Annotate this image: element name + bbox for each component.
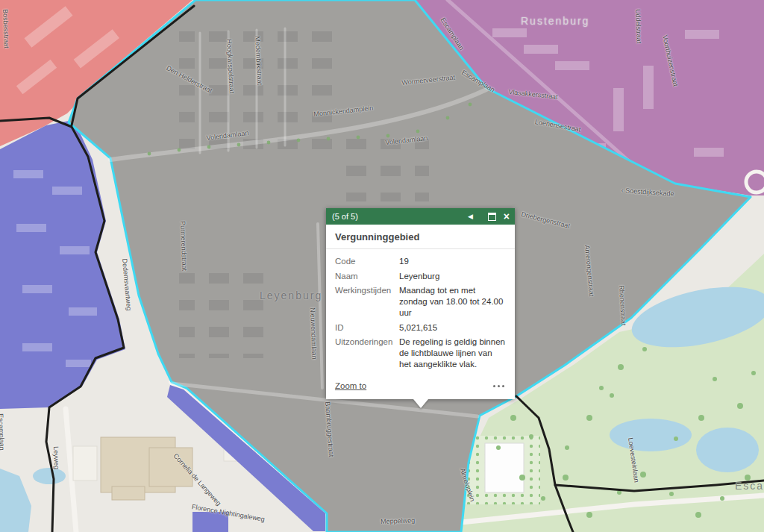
field-row: UitzonderingenDe regeling is geldig binn…	[335, 337, 506, 369]
popup-title: Vergunninggebied	[326, 225, 515, 248]
map-application: RustenburgLeyenburgEscamEscamplaanEscamp…	[0, 0, 764, 532]
popup-header: (5 of 5) ◀ ×	[326, 208, 515, 225]
field-value: Leyenburg	[399, 271, 506, 282]
field-label: ID	[335, 322, 399, 334]
field-value: De regeling is geldig binnen de lichtbla…	[399, 337, 506, 369]
zoom-to-link[interactable]: Zoom to	[335, 381, 366, 390]
field-label: Werkingstijden	[335, 285, 399, 318]
field-label: Uitzonderingen	[335, 337, 399, 369]
maximize-icon[interactable]	[488, 213, 496, 221]
more-options-button[interactable]	[492, 382, 506, 390]
feature-popup: (5 of 5) ◀ × Vergunninggebied Code19Naam…	[326, 208, 515, 399]
field-row: NaamLeyenburg	[335, 271, 506, 282]
popup-header-icons: ◀ ×	[468, 211, 510, 222]
field-row: ID5,021,615	[335, 322, 506, 334]
field-value: 5,021,615	[399, 322, 506, 334]
field-row: WerkingstijdenMaandag tot en met zondag …	[335, 285, 506, 318]
orchard-and-building	[463, 436, 540, 504]
field-label: Naam	[335, 271, 399, 282]
maximize-glyph	[488, 213, 496, 221]
popup-pagination: (5 of 5)	[332, 212, 358, 221]
popup-body: Vergunninggebied Code19NaamLeyenburgWerk…	[326, 225, 515, 399]
close-icon[interactable]: ×	[504, 211, 510, 222]
field-value: Maandag tot en met zondag van 18.00 tot …	[399, 285, 506, 318]
popup-footer: Zoom to	[326, 375, 515, 399]
field-value: 19	[399, 256, 506, 267]
field-label: Code	[335, 256, 399, 267]
previous-feature-icon[interactable]: ◀	[468, 213, 473, 220]
popup-pointer	[413, 399, 428, 408]
field-row: Code19	[335, 256, 506, 267]
attribute-table: Code19NaamLeyenburgWerkingstijdenMaandag…	[326, 249, 515, 375]
